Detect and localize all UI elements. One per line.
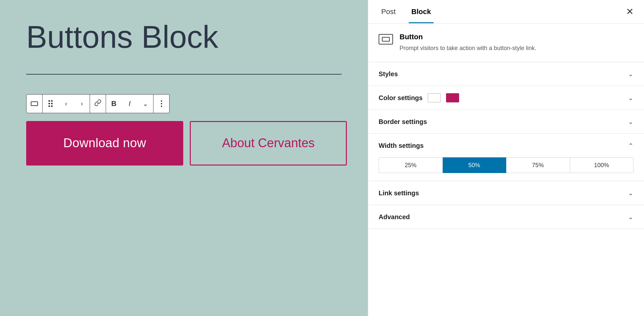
block-type-icon bbox=[379, 34, 393, 44]
block-title: Button bbox=[400, 33, 536, 41]
width-settings-title: Width settings bbox=[379, 142, 424, 149]
advanced-header[interactable]: Advanced ⌄ bbox=[379, 205, 634, 229]
width-options-group: 25% 50% 75% 100% bbox=[379, 157, 634, 181]
toolbar-more-formats-btn[interactable]: ⌄ bbox=[137, 95, 153, 113]
border-settings-title: Border settings bbox=[379, 118, 427, 126]
chevron-left-icon: ‹ bbox=[65, 100, 67, 107]
chevron-right-icon: › bbox=[81, 100, 83, 107]
border-settings-header[interactable]: Border settings ⌄ bbox=[379, 110, 634, 133]
color-settings-section: Color settings ⌄ bbox=[368, 86, 644, 110]
sidebar-tabs-header: Post Block ✕ bbox=[368, 0, 644, 24]
block-sidebar: Post Block ✕ Button Prompt visitors to t… bbox=[368, 0, 644, 316]
styles-section-header[interactable]: Styles ⌄ bbox=[379, 62, 634, 86]
block-desc-text: Prompt visitors to take action with a bu… bbox=[400, 44, 536, 53]
drag-icon bbox=[48, 100, 53, 107]
border-settings-chevron-icon: ⌄ bbox=[628, 118, 634, 126]
link-settings-header[interactable]: Link settings ⌄ bbox=[379, 181, 634, 205]
toolbar-group-block bbox=[27, 95, 43, 113]
advanced-title: Advanced bbox=[379, 213, 410, 221]
link-settings-title: Link settings bbox=[379, 189, 419, 197]
color-settings-header[interactable]: Color settings ⌄ bbox=[379, 86, 634, 110]
divider bbox=[26, 74, 342, 75]
block-rect-icon bbox=[31, 101, 38, 106]
chevron-down-icon: ⌄ bbox=[143, 100, 148, 108]
bold-icon: B bbox=[111, 99, 116, 108]
kebab-icon: ⋮ bbox=[157, 99, 165, 108]
tab-block[interactable]: Block bbox=[409, 0, 434, 23]
toolbar-move-forward-btn[interactable]: › bbox=[74, 95, 90, 113]
width-50-btn[interactable]: 50% bbox=[443, 157, 507, 173]
color-settings-title: Color settings bbox=[379, 94, 422, 102]
block-info-section: Button Prompt visitors to take action wi… bbox=[368, 24, 644, 62]
width-25-btn[interactable]: 25% bbox=[379, 157, 443, 173]
toolbar-drag-btn[interactable] bbox=[43, 95, 58, 113]
advanced-section: Advanced ⌄ bbox=[368, 205, 644, 229]
color-settings-chevron-icon: ⌄ bbox=[628, 94, 634, 102]
about-cervantes-button[interactable]: About Cervantes bbox=[190, 121, 347, 166]
buttons-row: Download now About Cervantes bbox=[26, 121, 342, 166]
styles-section-title: Styles bbox=[379, 70, 398, 78]
width-settings-header[interactable]: Width settings ⌄ bbox=[379, 134, 634, 157]
download-now-button[interactable]: Download now bbox=[26, 121, 183, 166]
width-settings-chevron-icon: ⌄ bbox=[628, 142, 634, 149]
toolbar-move-back-btn[interactable]: ‹ bbox=[58, 95, 74, 113]
link-icon bbox=[94, 99, 101, 108]
styles-chevron-icon: ⌄ bbox=[628, 70, 634, 78]
styles-section: Styles ⌄ bbox=[368, 62, 644, 86]
block-description: Button Prompt visitors to take action wi… bbox=[400, 33, 536, 53]
close-sidebar-button[interactable]: ✕ bbox=[626, 7, 634, 16]
italic-icon: I bbox=[129, 99, 131, 108]
editor-canvas: Buttons Block ‹ › bbox=[0, 0, 368, 316]
tab-post[interactable]: Post bbox=[379, 0, 398, 23]
toolbar-group-format: B I ⌄ bbox=[106, 95, 153, 113]
block-toolbar: ‹ › B I ⌄ bbox=[26, 94, 170, 113]
toolbar-group-options: ⋮ bbox=[153, 95, 169, 113]
toolbar-group-link bbox=[90, 95, 106, 113]
color-swatch-red[interactable] bbox=[446, 93, 459, 102]
color-swatch-white[interactable] bbox=[428, 93, 441, 102]
toolbar-group-move: ‹ › bbox=[43, 95, 90, 113]
border-settings-section: Border settings ⌄ bbox=[368, 110, 644, 134]
page-heading: Buttons Block bbox=[26, 20, 342, 54]
toolbar-link-btn[interactable] bbox=[90, 95, 106, 113]
button-block-icon-inner bbox=[382, 37, 390, 42]
toolbar-block-icon-btn[interactable] bbox=[27, 95, 42, 113]
toolbar-bold-btn[interactable]: B bbox=[106, 95, 122, 113]
advanced-chevron-icon: ⌄ bbox=[628, 213, 634, 221]
width-100-btn[interactable]: 100% bbox=[570, 157, 634, 173]
toolbar-options-btn[interactable]: ⋮ bbox=[153, 95, 169, 113]
toolbar-italic-btn[interactable]: I bbox=[122, 95, 137, 113]
width-75-btn[interactable]: 75% bbox=[506, 157, 570, 173]
width-settings-section: Width settings ⌄ 25% 50% 75% 100% bbox=[368, 134, 644, 181]
link-settings-section: Link settings ⌄ bbox=[368, 181, 644, 205]
link-settings-chevron-icon: ⌄ bbox=[628, 189, 634, 197]
